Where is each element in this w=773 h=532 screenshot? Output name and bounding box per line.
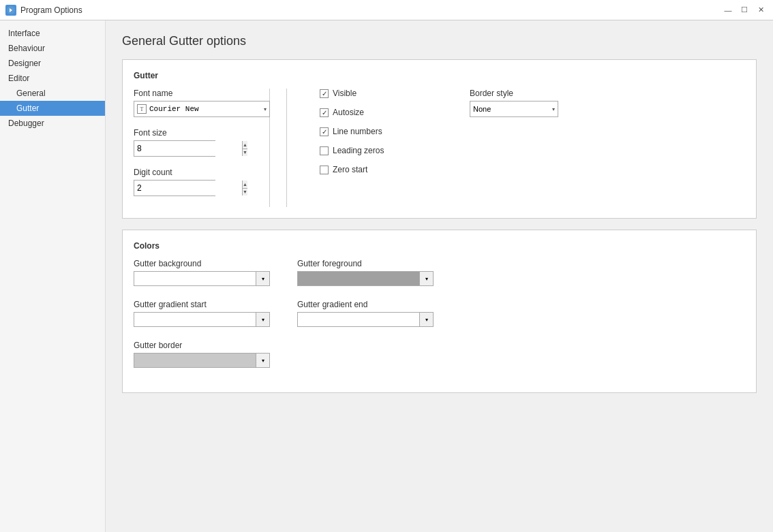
- digit-count-input[interactable]: [134, 181, 242, 195]
- gutter-gradient-end-dropdown-btn[interactable]: ▾: [419, 313, 433, 326]
- gutter-border-picker[interactable]: ▾: [134, 353, 270, 368]
- gutter-gradient-end-group: Gutter gradient end ▾: [297, 300, 434, 327]
- sidebar: Interface Behaviour Designer Editor Gene…: [0, 20, 106, 532]
- title-bar-left: Program Options: [5, 5, 82, 16]
- font-size-up-button[interactable]: ▲: [243, 141, 247, 148]
- checkbox-visible[interactable]: ✓ Visible: [320, 89, 437, 98]
- checkbox-line-numbers[interactable]: ✓ Line numbers: [320, 127, 437, 136]
- font-size-group: Font size ▲ ▼: [134, 128, 253, 157]
- font-size-down-button[interactable]: ▼: [243, 148, 247, 157]
- checkbox-line-numbers-box[interactable]: ✓: [320, 127, 329, 136]
- gutter-col-right: Border style None ▾: [453, 89, 590, 207]
- digit-count-spinner-buttons: ▲ ▼: [242, 181, 247, 195]
- program-options-window: Program Options — ☐ ✕ Interface Behaviou…: [0, 0, 773, 532]
- gutter-col-left: Font name T Courier New ▾: [134, 89, 270, 207]
- checkbox-leading-zeros-label: Leading zeros: [333, 146, 384, 155]
- gutter-gradient-end-label: Gutter gradient end: [297, 300, 434, 309]
- close-button[interactable]: ✕: [754, 4, 768, 16]
- font-size-label: Font size: [134, 128, 253, 138]
- gutter-gradient-start-swatch: [134, 313, 256, 326]
- checkbox-zero-start-box[interactable]: [320, 166, 329, 174]
- gutter-section: Gutter Font name T Courier New: [122, 59, 757, 219]
- gutter-gradient-start-group: Gutter gradient start ▾: [134, 300, 270, 327]
- title-bar: Program Options — ☐ ✕: [0, 0, 773, 20]
- font-name-dropdown[interactable]: T Courier New ▾: [134, 101, 270, 117]
- digit-count-spinner: ▲ ▼: [134, 180, 215, 196]
- digit-count-down-button[interactable]: ▼: [243, 188, 247, 196]
- gutter-foreground-label: Gutter foreground: [297, 259, 434, 268]
- gutter-border-label: Gutter border: [134, 341, 270, 350]
- content-area: General Gutter options Gutter Font name …: [106, 20, 773, 532]
- digit-count-group: Digit count ▲ ▼: [134, 168, 253, 196]
- gutter-background-picker[interactable]: ▾: [134, 271, 270, 286]
- gutter-foreground-swatch: [298, 272, 419, 285]
- checkbox-group: ✓ Visible ✓ Autosize ✓ Line numbers: [320, 89, 437, 174]
- app-icon: [5, 5, 16, 16]
- checkbox-zero-start-label: Zero start: [333, 165, 367, 174]
- checkbox-autosize[interactable]: ✓ Autosize: [320, 108, 437, 117]
- border-style-dropdown[interactable]: None ▾: [470, 101, 558, 117]
- checkbox-autosize-label: Autosize: [333, 108, 364, 117]
- border-style-value: None: [473, 105, 491, 113]
- font-size-spinner-buttons: ▲ ▼: [242, 141, 247, 156]
- page-title: General Gutter options: [122, 34, 757, 48]
- gutter-border-swatch: [134, 354, 256, 367]
- title-bar-controls: — ☐ ✕: [721, 4, 768, 16]
- gutter-gradient-start-dropdown-btn[interactable]: ▾: [256, 313, 269, 326]
- color-row-3: Gutter border ▾: [134, 341, 745, 368]
- gutter-background-swatch: [134, 272, 256, 285]
- gutter-gradient-start-picker[interactable]: ▾: [134, 312, 270, 327]
- checkbox-visible-box[interactable]: ✓: [320, 89, 329, 98]
- minimize-button[interactable]: —: [721, 4, 735, 16]
- gutter-gradient-start-label: Gutter gradient start: [134, 300, 270, 309]
- gutter-foreground-picker[interactable]: ▾: [297, 271, 434, 286]
- border-style-group: Border style None ▾: [470, 89, 573, 117]
- gutter-section-title: Gutter: [134, 71, 745, 80]
- sidebar-item-designer[interactable]: Designer: [0, 56, 105, 71]
- gutter-section-inner: Font name T Courier New ▾: [134, 89, 745, 207]
- font-name-dropdown-arrow: ▾: [264, 106, 267, 112]
- digit-count-label: Digit count: [134, 168, 253, 177]
- font-size-spinner: ▲ ▼: [134, 140, 215, 157]
- sidebar-item-debugger[interactable]: Debugger: [0, 116, 105, 131]
- font-name-value: Courier New: [149, 105, 199, 113]
- checkbox-line-numbers-label: Line numbers: [333, 127, 382, 136]
- font-name-inner: T Courier New: [137, 104, 199, 114]
- sidebar-item-general[interactable]: General: [0, 86, 105, 101]
- gutter-border-group: Gutter border ▾: [134, 341, 270, 368]
- gutter-foreground-dropdown-btn[interactable]: ▾: [419, 272, 433, 285]
- font-type-icon: T: [137, 104, 147, 114]
- gutter-gradient-end-picker[interactable]: ▾: [297, 312, 434, 327]
- colors-section: Colors Gutter background ▾ Gutter foregr…: [122, 230, 757, 393]
- vertical-divider: [286, 89, 287, 207]
- gutter-col-middle: ✓ Visible ✓ Autosize ✓ Line numbers: [303, 89, 453, 207]
- border-style-label: Border style: [470, 89, 573, 98]
- main-content: Interface Behaviour Designer Editor Gene…: [0, 20, 773, 532]
- color-row-2: Gutter gradient start ▾ Gutter gradient …: [134, 300, 745, 327]
- sidebar-item-behaviour[interactable]: Behaviour: [0, 41, 105, 56]
- sidebar-item-interface[interactable]: Interface: [0, 26, 105, 41]
- font-name-label: Font name: [134, 89, 253, 98]
- gutter-background-dropdown-btn[interactable]: ▾: [256, 272, 269, 285]
- sidebar-item-editor[interactable]: Editor: [0, 71, 105, 86]
- checkbox-leading-zeros-box[interactable]: [320, 146, 329, 155]
- color-row-1: Gutter background ▾ Gutter foreground ▾: [134, 259, 745, 286]
- gutter-background-group: Gutter background ▾: [134, 259, 270, 286]
- font-name-group: Font name T Courier New ▾: [134, 89, 253, 117]
- checkbox-leading-zeros[interactable]: Leading zeros: [320, 146, 437, 155]
- checkbox-zero-start[interactable]: Zero start: [320, 165, 437, 174]
- gutter-foreground-group: Gutter foreground ▾: [297, 259, 434, 286]
- gutter-gradient-end-swatch: [298, 313, 419, 326]
- window-title: Program Options: [20, 5, 82, 15]
- gutter-background-label: Gutter background: [134, 259, 270, 268]
- sidebar-item-gutter[interactable]: Gutter: [0, 101, 105, 116]
- checkbox-autosize-box[interactable]: ✓: [320, 108, 329, 117]
- border-style-dropdown-arrow: ▾: [552, 106, 555, 112]
- font-size-input[interactable]: [134, 141, 242, 156]
- colors-section-title: Colors: [134, 241, 745, 251]
- maximize-button[interactable]: ☐: [738, 4, 751, 16]
- checkbox-visible-label: Visible: [333, 89, 357, 98]
- digit-count-up-button[interactable]: ▲: [243, 181, 247, 188]
- gutter-border-dropdown-btn[interactable]: ▾: [256, 354, 269, 367]
